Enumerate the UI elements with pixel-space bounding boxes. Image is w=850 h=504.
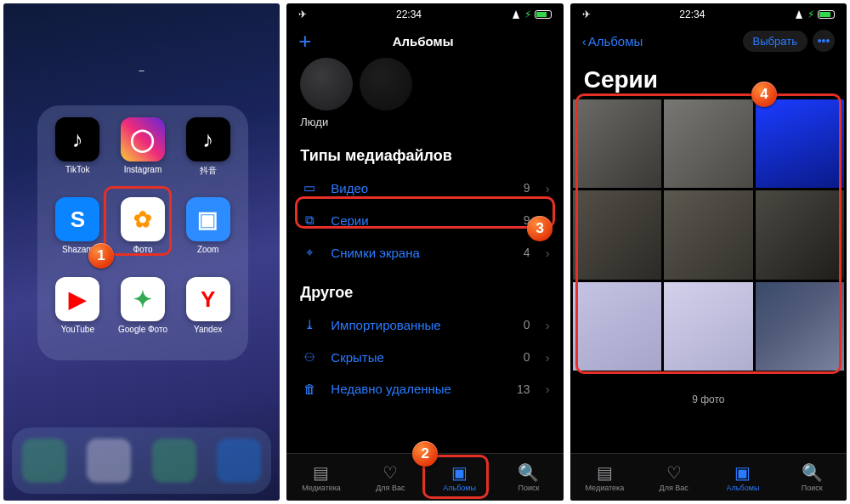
app-label: Instagram [124,165,162,174]
album-detail-pane: ✈︎ 22:34 ⚡︎ ‹ Альбомы Выбрать ••• Серии … [570,3,847,501]
people-label[interactable]: Люди [286,116,563,132]
tab-bar: ▤Медиатека♡Для Вас▣Альбомы🔍Поиск [570,453,847,501]
app-label: YouTube [61,325,94,334]
row-label: Импортированные [331,318,512,332]
dock [12,428,271,494]
tab-медиатека[interactable]: ▤Медиатека [286,454,355,501]
app-label: 抖音 [200,165,217,177]
dock-app[interactable] [217,439,261,483]
row-icon: ⤓ [300,317,319,332]
tab-icon: ▤ [597,463,613,482]
add-album-button[interactable]: + [298,28,311,54]
app-tiktok[interactable]: ♪TikTok [46,117,110,195]
row-label: Видео [331,181,512,195]
select-button[interactable]: Выбрать [743,31,808,52]
status-bar: ✈︎ 22:34 ⚡︎ [570,3,847,25]
app-label: Yandex [194,325,222,334]
back-label: Альбомы [588,34,643,48]
photo-thumb[interactable] [573,282,661,371]
photo-thumb[interactable] [756,99,844,188]
album-title: Серии [570,58,847,97]
app-label: TikTok [65,165,90,174]
dock-app[interactable] [22,439,66,483]
row-count: 4 [524,246,530,259]
tab-альбомы[interactable]: ▣Альбомы [708,454,777,501]
app-label: Google Фото [118,325,167,334]
nav-bar: ‹ Альбомы Выбрать ••• [570,24,847,58]
app-instagram[interactable]: ◯Instagram [111,117,175,195]
app-icon: ▣ [186,197,230,241]
status-time: 22:34 [679,8,705,20]
row-icon: ▭ [300,180,319,195]
app-label: Zoom [197,245,219,254]
tab-поиск[interactable]: 🔍Поиск [778,454,847,501]
row-label: Недавно удаленные [331,382,505,396]
section-other: Другое [286,269,563,309]
back-button[interactable]: ‹ Альбомы [582,34,643,48]
app-фото[interactable]: ✿Фото [111,197,175,275]
app-icon: ♪ [55,117,99,161]
app-icon: ◯ [121,117,165,161]
tab-label: Медиатека [585,484,624,492]
status-time: 22:34 [396,8,422,20]
homescreen-pane: – ♪TikTok◯Instagram♪抖音SShazam✿Фото▣Zoom▶… [3,3,280,501]
photo-thumb[interactable] [756,282,844,371]
step-badge-1: 1 [88,243,114,269]
row-icon: 🗑 [300,382,319,396]
row-icon: ⧉ [300,212,319,228]
app-youtube[interactable]: ▶YouTube [46,277,110,355]
people-thumb[interactable] [360,58,412,110]
people-thumbs [286,58,563,116]
photo-thumb[interactable] [756,190,844,279]
row-count: 0 [524,350,530,364]
tab-icon: 🔍 [518,463,539,482]
mediatype-row-серии[interactable]: ⧉Серии9› [286,204,563,236]
photo-thumb[interactable] [664,282,752,371]
dock-app[interactable] [87,439,131,483]
tab-для-вас[interactable]: ♡Для Вас [639,454,708,501]
row-icon: ⌖ [300,245,319,260]
more-button[interactable]: ••• [813,30,835,52]
photo-thumb[interactable] [573,99,661,188]
row-label: Серии [331,213,512,228]
photo-grid [570,97,847,373]
tab-icon: ♡ [666,463,682,482]
row-label: Снимки экрана [331,246,512,260]
nav-bar: + Альбомы [286,24,563,58]
app-zoom[interactable]: ▣Zoom [176,197,240,275]
dock-app[interactable] [152,439,196,483]
tab-label: Альбомы [443,484,476,492]
chevron-right-icon: › [546,350,550,365]
people-thumb[interactable] [300,58,353,110]
tab-label: Для Вас [376,484,405,492]
app-google-фото[interactable]: ✦Google Фото [111,277,175,355]
app-icon: ♪ [186,117,230,161]
row-count: 0 [524,318,530,331]
tab-label: Медиатека [302,484,341,492]
chevron-right-icon: › [546,382,550,396]
chevron-right-icon: › [546,318,550,332]
tab-icon: ▣ [451,463,468,482]
status-right: ⚡︎ [794,8,835,20]
photo-thumb[interactable] [664,190,752,279]
tab-поиск[interactable]: 🔍Поиск [494,454,563,501]
status-bar: ✈︎ 22:34 ⚡︎ [286,3,563,25]
photo-thumb[interactable] [573,190,661,279]
tab-icon: ▤ [313,463,329,482]
chevron-right-icon: › [546,246,550,260]
tab-медиатека[interactable]: ▤Медиатека [570,454,639,501]
tab-icon: ▣ [734,463,751,482]
app-抖音[interactable]: ♪抖音 [176,117,240,195]
other-row-скрытые[interactable]: ⦵Скрытые0› [286,341,563,373]
mediatype-row-видео[interactable]: ▭Видео9› [286,172,563,204]
mediatype-row-снимки экрана[interactable]: ⌖Снимки экрана4› [286,236,563,269]
other-row-недавно удаленные[interactable]: 🗑Недавно удаленные13› [286,373,563,405]
other-row-импортированные[interactable]: ⤓Импортированные0› [286,309,563,341]
app-yandex[interactable]: YYandex [176,277,240,355]
photo-thumb[interactable] [664,99,752,188]
folder-title: – [3,65,280,75]
airplane-icon: ✈︎ [298,8,307,20]
app-folder[interactable]: ♪TikTok◯Instagram♪抖音SShazam✿Фото▣Zoom▶Yo… [37,105,248,360]
step-badge-4: 4 [751,82,777,107]
photo-count: 9 фото [570,373,847,426]
